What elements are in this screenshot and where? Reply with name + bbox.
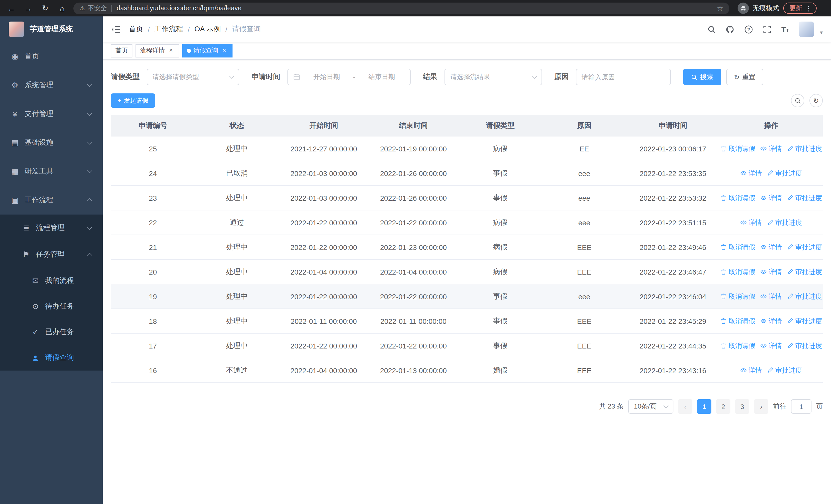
trash-icon xyxy=(720,342,727,349)
table-row[interactable]: 18 处理中 2022-01-11 00:00:00 2022-01-11 00… xyxy=(111,309,823,334)
sidebar-item-home[interactable]: ◉ 首页 xyxy=(0,42,103,71)
sidebar-item-system-mgmt[interactable]: ⚙ 系统管理 xyxy=(0,71,103,99)
cell-leave-type: 事假 xyxy=(458,169,542,178)
help-icon[interactable]: ? xyxy=(744,25,753,34)
cancel-leave-link[interactable]: 取消请假 xyxy=(720,242,755,252)
cancel-leave-link[interactable]: 取消请假 xyxy=(720,292,755,301)
url-text: dashboard.yudao.iocoder.cn/bpm/oa/leave xyxy=(117,5,717,12)
cancel-leave-link[interactable]: 取消请假 xyxy=(720,193,755,203)
approval-progress-link[interactable]: 审批进度 xyxy=(787,341,822,350)
browser-menu-icon[interactable]: ⋮ xyxy=(805,4,812,12)
browser-home-icon[interactable]: ⌂ xyxy=(57,4,67,12)
detail-link[interactable]: 详情 xyxy=(761,144,782,153)
detail-link[interactable]: 详情 xyxy=(761,267,782,276)
sidebar-item-payment-mgmt[interactable]: ¥ 支付管理 xyxy=(0,99,103,128)
bookmark-star-icon[interactable]: ☆ xyxy=(717,4,723,12)
table-row[interactable]: 20 处理中 2022-01-04 00:00:00 2022-01-04 00… xyxy=(111,260,823,284)
approval-progress-link[interactable]: 审批进度 xyxy=(787,242,822,252)
sidebar-item-workflow[interactable]: ▣ 工作流程 xyxy=(0,186,103,214)
detail-link[interactable]: 详情 xyxy=(761,317,782,326)
next-page-button[interactable]: › xyxy=(754,399,768,414)
detail-link[interactable]: 详情 xyxy=(740,366,762,375)
approval-progress-link[interactable]: 审批进度 xyxy=(767,366,802,375)
detail-link[interactable]: 详情 xyxy=(740,218,762,227)
page-size-select[interactable]: 10条/页 xyxy=(628,399,674,414)
page-button-1[interactable]: 1 xyxy=(697,399,711,414)
close-icon[interactable]: × xyxy=(221,47,228,54)
approval-progress-link[interactable]: 审批进度 xyxy=(767,169,802,178)
sidebar-item-infrastructure[interactable]: ▤ 基础设施 xyxy=(0,128,103,157)
table-row[interactable]: 19 处理中 2022-01-22 00:00:00 2022-01-22 00… xyxy=(111,284,823,309)
detail-link[interactable]: 详情 xyxy=(761,292,782,301)
result-select[interactable]: 请选择流结果 xyxy=(445,69,542,85)
detail-link[interactable]: 详情 xyxy=(740,169,762,178)
table-row[interactable]: 17 处理中 2022-01-22 00:00:00 2022-01-22 00… xyxy=(111,334,823,358)
cancel-leave-link[interactable]: 取消请假 xyxy=(720,267,755,276)
app-logo[interactable]: 芋道管理系统 xyxy=(0,17,103,42)
avatar-caret-down-icon[interactable]: ▾ xyxy=(820,29,823,37)
detail-link[interactable]: 详情 xyxy=(761,242,782,252)
user-avatar[interactable] xyxy=(799,22,814,37)
prev-page-button[interactable]: ‹ xyxy=(678,399,692,414)
browser-reload-icon[interactable]: ↻ xyxy=(40,4,50,13)
table-row[interactable]: 16 不通过 2022-01-04 00:00:00 2022-01-13 00… xyxy=(111,358,823,383)
search-button[interactable]: 搜索 xyxy=(683,69,721,85)
sidebar-item-leave-query[interactable]: 请假查询 xyxy=(0,345,103,370)
font-size-icon[interactable]: TT xyxy=(781,25,789,33)
goto-page-input[interactable] xyxy=(791,399,811,414)
cell-status: 处理中 xyxy=(195,317,279,326)
table-row[interactable]: 22 通过 2022-01-22 00:00:00 2022-01-22 00:… xyxy=(111,210,823,235)
browser-forward-icon[interactable]: → xyxy=(24,4,33,12)
sidebar-item-task-mgmt[interactable]: ⚑ 任务管理 xyxy=(0,241,103,268)
cancel-leave-link[interactable]: 取消请假 xyxy=(720,317,755,326)
leave-type-select[interactable]: 请选择请假类型 xyxy=(147,69,239,85)
sidebar-item-done-tasks[interactable]: ✓ 已办任务 xyxy=(0,319,103,345)
page-button-2[interactable]: 2 xyxy=(716,399,730,414)
approval-progress-link[interactable]: 审批进度 xyxy=(787,292,822,301)
approval-progress-link[interactable]: 审批进度 xyxy=(787,317,822,326)
table-row[interactable]: 21 处理中 2022-01-22 00:00:00 2022-01-23 00… xyxy=(111,235,823,260)
detail-link[interactable]: 详情 xyxy=(761,341,782,350)
github-icon[interactable] xyxy=(726,25,735,34)
close-icon[interactable]: × xyxy=(167,47,174,54)
table-refresh-button[interactable]: ↻ xyxy=(809,94,823,107)
tab-process-detail[interactable]: 流程详情 × xyxy=(136,44,179,57)
col-status: 状态 xyxy=(195,121,279,130)
table-row[interactable]: 25 处理中 2021-12-27 00:00:00 2022-01-19 00… xyxy=(111,137,823,161)
approval-progress-link[interactable]: 审批进度 xyxy=(787,193,822,203)
fullscreen-icon[interactable] xyxy=(763,25,771,34)
cell-reason: EEE xyxy=(542,268,626,276)
sidebar-item-process-mgmt[interactable]: ≣ 流程管理 xyxy=(0,214,103,241)
search-icon[interactable] xyxy=(707,25,716,34)
breadcrumb-workflow[interactable]: 工作流程 xyxy=(154,25,183,34)
tab-home[interactable]: 首页 xyxy=(111,44,133,57)
create-leave-button[interactable]: + 发起请假 xyxy=(111,93,155,108)
cell-start-time: 2022-01-04 00:00:00 xyxy=(279,268,369,276)
table-search-toggle-button[interactable] xyxy=(791,94,804,107)
address-bar[interactable]: ⚠ 不安全 dashboard.yudao.iocoder.cn/bpm/oa/… xyxy=(74,2,729,14)
sidebar-item-dev-tools[interactable]: ▦ 研发工具 xyxy=(0,157,103,186)
approval-progress-link[interactable]: 审批进度 xyxy=(787,267,822,276)
cell-start-time: 2022-01-03 00:00:00 xyxy=(279,194,369,202)
table-row[interactable]: 24 已取消 2022-01-03 00:00:00 2022-01-26 00… xyxy=(111,161,823,186)
apply-time-range-picker[interactable]: 开始日期 - 结束日期 xyxy=(287,69,411,85)
cell-leave-type: 病假 xyxy=(458,267,542,276)
browser-update-chip[interactable]: 更新 ⋮ xyxy=(783,3,816,14)
breadcrumb-oa-example[interactable]: OA 示例 xyxy=(195,25,221,34)
browser-back-icon[interactable]: ← xyxy=(7,4,16,12)
reset-button[interactable]: ↻ 重置 xyxy=(726,69,763,85)
sidebar-item-my-process[interactable]: ✉ 我的流程 xyxy=(0,268,103,294)
breadcrumb-home[interactable]: 首页 xyxy=(129,25,143,34)
cancel-leave-link[interactable]: 取消请假 xyxy=(720,341,755,350)
page-button-3[interactable]: 3 xyxy=(735,399,749,414)
table-row[interactable]: 23 处理中 2022-01-03 00:00:00 2022-01-26 00… xyxy=(111,186,823,210)
approval-progress-link[interactable]: 审批进度 xyxy=(767,218,802,227)
detail-link[interactable]: 详情 xyxy=(761,193,782,203)
sidebar-item-todo-tasks[interactable]: ⊙ 待办任务 xyxy=(0,294,103,319)
toolbox-icon: ▦ xyxy=(10,167,20,176)
sidebar-fold-icon[interactable] xyxy=(111,24,121,34)
cancel-leave-link[interactable]: 取消请假 xyxy=(720,144,755,153)
tab-leave-query[interactable]: 请假查询 × xyxy=(182,44,232,57)
approval-progress-link[interactable]: 审批进度 xyxy=(787,144,822,153)
reason-input[interactable] xyxy=(576,69,671,85)
